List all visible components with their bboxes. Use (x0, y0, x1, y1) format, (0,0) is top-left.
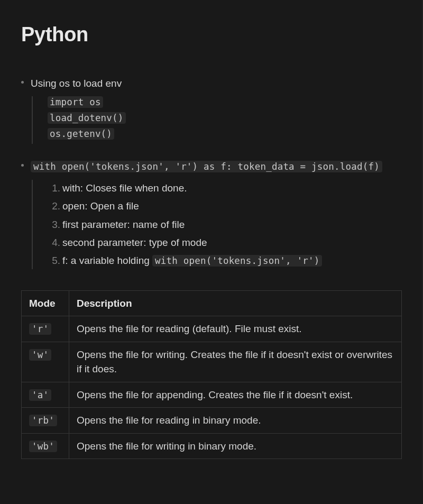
desc-cell: Opens the file for reading in binary mod… (69, 408, 402, 434)
mode-cell: 'w' (22, 342, 69, 382)
list-item: second parameter: type of mode (62, 234, 402, 251)
bullet-head: Using os to load env (31, 76, 402, 91)
mode-code: 'rb' (29, 415, 57, 426)
code-line: import os (48, 96, 103, 108)
list-item-text: open: Open a file (62, 200, 139, 212)
list-item-text: f: a variable holding (62, 255, 152, 266)
col-header-description: Description (69, 290, 402, 316)
table-row: 'wb' Opens the file for writing in binar… (22, 433, 402, 459)
desc-cell: Opens the file for appending. Creates th… (69, 382, 402, 408)
mode-cell: 'rb' (22, 408, 69, 434)
bullet-item: with open('tokens.json', 'r') as f: toke… (31, 159, 402, 269)
list-item-text: second parameter: type of mode (62, 237, 207, 248)
desc-cell: Opens the file for writing in binary mod… (69, 433, 402, 459)
modes-table: Mode Description 'r' Opens the file for … (21, 290, 402, 460)
mode-cell: 'a' (22, 382, 69, 408)
bullet-code: with open('tokens.json', 'r') as f: toke… (31, 161, 382, 172)
mode-cell: 'wb' (22, 433, 69, 459)
bullet-text: Using os to load env (31, 78, 122, 89)
document-page: Python Using os to load env import os lo… (0, 0, 423, 480)
list-item: first parameter: name of file (62, 216, 402, 233)
bulleted-list: Using os to load env import os load_dote… (21, 76, 402, 269)
inline-code: with open('tokens.json', 'r') (152, 255, 322, 267)
bullet-item: Using os to load env import os load_dote… (31, 76, 402, 144)
list-item-text: first parameter: name of file (62, 219, 185, 230)
page-title: Python (21, 23, 402, 46)
desc-cell: Opens the file for reading (default). Fi… (69, 316, 402, 342)
mode-cell: 'r' (22, 316, 69, 342)
list-item: with: Closes file when done. (62, 180, 402, 196)
mode-code: 'wb' (29, 441, 57, 452)
ordered-list-block: with: Closes file when done. open: Open … (32, 180, 402, 269)
table-row: 'a' Opens the file for appending. Create… (22, 382, 402, 408)
table-row: 'rb' Opens the file for reading in binar… (22, 408, 402, 434)
list-item: f: a variable holding with open('tokens.… (62, 252, 402, 269)
code-block: import os load_dotenv() os.getenv() (32, 96, 402, 144)
code-line: load_dotenv() (48, 112, 126, 124)
list-item-text: with: Closes file when done. (62, 182, 187, 194)
table-row: 'w' Opens the file for writing. Creates … (22, 342, 402, 382)
ordered-list: with: Closes file when done. open: Open … (48, 180, 402, 269)
col-header-mode: Mode (22, 290, 69, 316)
code-line: os.getenv() (48, 128, 114, 140)
mode-code: 'a' (29, 389, 51, 401)
mode-code: 'r' (29, 323, 51, 335)
table-header-row: Mode Description (22, 290, 402, 316)
bullet-head: with open('tokens.json', 'r') as f: toke… (31, 159, 402, 174)
mode-code: 'w' (29, 349, 51, 361)
table-row: 'r' Opens the file for reading (default)… (22, 316, 402, 342)
desc-cell: Opens the file for writing. Creates the … (69, 342, 402, 382)
list-item: open: Open a file (62, 198, 402, 214)
